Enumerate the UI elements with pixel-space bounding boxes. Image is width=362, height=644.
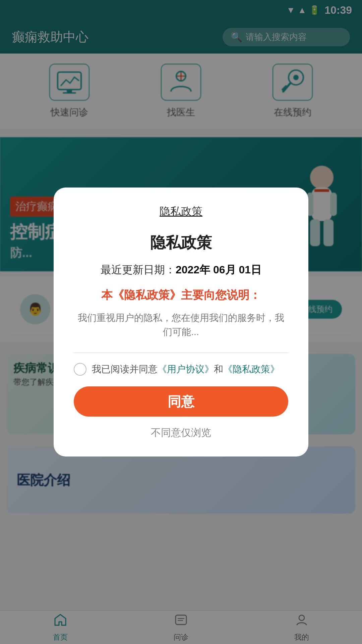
modal-checkbox-row: 我已阅读并同意《用户协议》和《隐私政策》 xyxy=(74,363,288,376)
privacy-policy-link[interactable]: 《隐私政策》 xyxy=(223,364,280,374)
user-agreement-link[interactable]: 《用户协议》 xyxy=(158,364,214,374)
modal-date-label: 最近更新日期： xyxy=(101,264,176,276)
modal-overlay: 隐私政策 隐私政策 最近更新日期：2022年 06月 01日 本《隐私政策》主要… xyxy=(0,0,362,644)
and-text: 和 xyxy=(214,364,223,374)
decline-button[interactable]: 不同意仅浏览 xyxy=(151,426,211,440)
modal-intro-text: 本《隐私政策》主要向您说明： xyxy=(101,287,261,303)
checkbox-before-text: 我已阅读并同意 xyxy=(92,364,158,374)
modal-date-row: 最近更新日期：2022年 06月 01日 xyxy=(101,263,261,277)
modal-header-label: 隐私政策 xyxy=(160,204,202,219)
modal-date-value: 2022年 06月 01日 xyxy=(176,264,261,276)
checkbox-text: 我已阅读并同意《用户协议》和《隐私政策》 xyxy=(92,363,280,376)
agree-button[interactable]: 同意 xyxy=(74,386,288,417)
agreement-checkbox[interactable] xyxy=(74,363,86,376)
modal-title: 隐私政策 xyxy=(150,232,212,253)
privacy-policy-modal: 隐私政策 隐私政策 最近更新日期：2022年 06月 01日 本《隐私政策》主要… xyxy=(54,187,308,457)
modal-divider xyxy=(74,353,288,353)
modal-body-text: 我们重视用户的隐私，您在使用我们的服务时，我们可能... xyxy=(74,311,288,339)
